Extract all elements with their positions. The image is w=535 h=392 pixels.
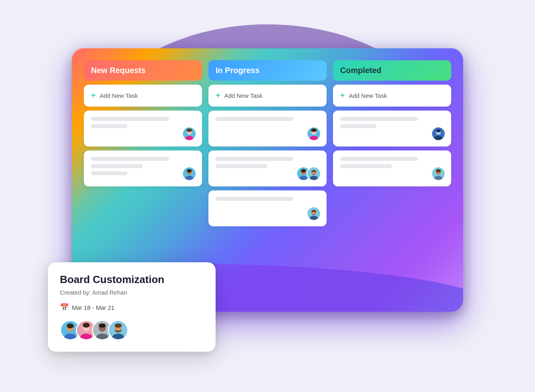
task-line xyxy=(340,124,376,128)
avatar-group xyxy=(296,166,321,181)
popup-creator-label: Created by: xyxy=(60,289,91,296)
task-card[interactable] xyxy=(208,190,327,226)
popup-date-row: 📅 Mar 18 - Mar 21 xyxy=(60,303,204,312)
task-line xyxy=(91,157,169,161)
svg-point-33 xyxy=(115,323,122,328)
column-header-in-progress: In Progress xyxy=(208,60,327,81)
add-task-new-requests[interactable]: + Add New Task xyxy=(84,85,202,107)
avatar xyxy=(307,206,321,221)
task-card[interactable] xyxy=(84,150,202,186)
add-task-label-in-progress: Add New Task xyxy=(224,92,263,99)
column-completed: Completed + Add New Task xyxy=(333,60,451,300)
task-line xyxy=(340,157,418,161)
task-line xyxy=(340,117,418,121)
add-task-label-new-requests: Add New Task xyxy=(100,92,138,99)
plus-icon-new-requests: + xyxy=(91,91,96,100)
avatar xyxy=(307,127,321,141)
task-card[interactable] xyxy=(208,111,327,147)
avatar xyxy=(431,166,446,181)
svg-point-18 xyxy=(436,129,441,132)
avatar xyxy=(431,127,446,141)
task-line xyxy=(91,164,143,168)
svg-point-24 xyxy=(67,323,74,328)
task-card[interactable] xyxy=(84,111,202,147)
svg-point-5 xyxy=(187,169,192,172)
plus-icon-completed: + xyxy=(340,91,345,100)
svg-point-2 xyxy=(186,129,192,132)
popup-creator-name: Amad Rehan xyxy=(92,289,127,296)
column-header-new-requests: New Requests xyxy=(84,60,202,81)
avatar xyxy=(182,127,196,141)
svg-point-8 xyxy=(311,129,317,132)
calendar-icon: 📅 xyxy=(60,303,69,312)
task-line xyxy=(216,117,293,121)
svg-point-30 xyxy=(99,323,106,328)
task-line xyxy=(91,124,127,128)
column-title-completed: Completed xyxy=(340,66,381,75)
column-title-new-requests: New Requests xyxy=(91,66,146,75)
popup-avatar-4 xyxy=(108,320,129,341)
avatar xyxy=(182,166,196,181)
task-card[interactable] xyxy=(333,150,451,186)
column-header-completed: Completed xyxy=(333,60,451,81)
task-card[interactable] xyxy=(208,150,327,186)
task-line xyxy=(91,171,127,175)
task-line xyxy=(340,164,392,168)
column-in-progress: In Progress + Add New Task xyxy=(208,60,327,300)
task-card[interactable] xyxy=(333,111,451,147)
add-task-completed[interactable]: + Add New Task xyxy=(333,85,451,107)
svg-point-21 xyxy=(436,169,441,172)
task-line xyxy=(91,117,169,121)
popup-date: Mar 18 - Mar 21 xyxy=(72,304,115,311)
add-task-label-completed: Add New Task xyxy=(349,92,387,99)
add-task-in-progress[interactable]: + Add New Task xyxy=(208,85,327,107)
popup-avatar-group xyxy=(60,320,204,341)
popup-creator: Created by: Amad Rehan xyxy=(60,289,204,296)
avatar xyxy=(307,166,321,181)
scene-wrapper: New Requests + Add New Task xyxy=(48,24,487,368)
task-line xyxy=(216,157,293,161)
task-line xyxy=(216,197,293,201)
popup-card: Board Customization Created by: Amad Reh… xyxy=(48,262,216,352)
plus-icon-in-progress: + xyxy=(216,91,220,100)
task-line xyxy=(216,164,268,168)
popup-title: Board Customization xyxy=(60,273,204,286)
column-title-in-progress: In Progress xyxy=(216,66,260,75)
svg-point-11 xyxy=(301,169,306,172)
